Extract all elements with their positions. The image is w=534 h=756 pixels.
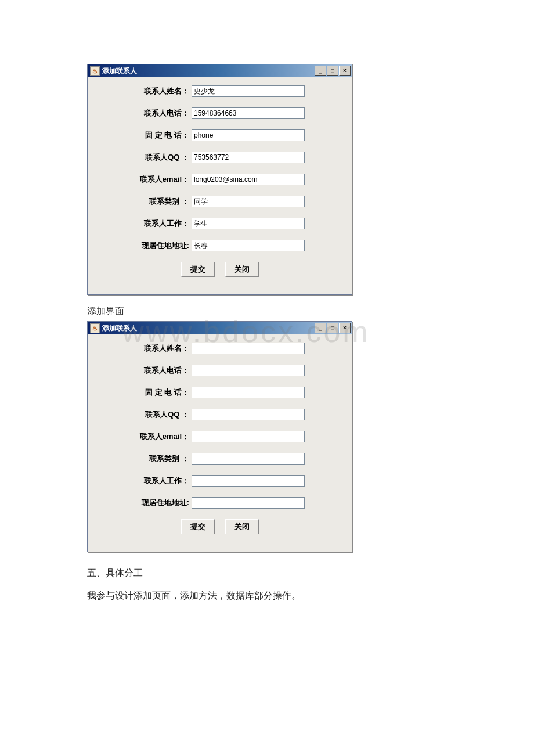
address-input[interactable]	[192, 497, 305, 509]
close-window-button[interactable]: ×	[339, 66, 351, 76]
name-input[interactable]	[192, 85, 305, 97]
java-icon: ♨	[90, 66, 100, 76]
window-title: 添加联系人	[102, 66, 314, 76]
mobile-label: 联系人电话：	[99, 365, 192, 376]
maximize-button[interactable]: □	[327, 323, 338, 333]
window-title: 添加联系人	[102, 323, 314, 333]
type-label: 联系类别 ：	[99, 453, 192, 464]
address-label: 现居住地地址:	[99, 498, 192, 508]
close-button[interactable]: 关闭	[225, 519, 259, 534]
form-body: 联系人姓名： 联系人电话： 固 定 电 话： 联系人QQ ： 联系人email：…	[88, 77, 352, 294]
close-window-button[interactable]: ×	[339, 323, 351, 333]
minimize-button[interactable]: _	[315, 323, 326, 333]
qq-input[interactable]	[192, 409, 305, 420]
titlebar[interactable]: ♨ 添加联系人 _ □ ×	[88, 64, 352, 77]
email-input[interactable]	[192, 431, 305, 442]
phone-input[interactable]	[192, 387, 305, 398]
maximize-button[interactable]: □	[327, 66, 338, 76]
type-input[interactable]	[192, 196, 305, 207]
add-contact-window-empty: ♨ 添加联系人 _ □ × 联系人姓名： 联系人电话： 固 定 电	[87, 321, 352, 552]
qq-label: 联系人QQ ：	[99, 409, 192, 420]
qq-input[interactable]	[192, 152, 305, 163]
body-paragraph: 我参与设计添加页面，添加方法，数据库部分操作。	[87, 590, 453, 602]
qq-label: 联系人QQ ：	[99, 152, 192, 163]
job-label: 联系人工作：	[99, 476, 192, 486]
mobile-label: 联系人电话：	[99, 108, 192, 118]
phone-input[interactable]	[192, 129, 305, 141]
name-label: 联系人姓名：	[99, 86, 192, 96]
email-input[interactable]	[192, 174, 305, 185]
address-label: 现居住地地址:	[99, 240, 192, 251]
minimize-button[interactable]: _	[315, 66, 326, 76]
address-input[interactable]	[192, 240, 305, 251]
submit-button[interactable]: 提交	[181, 519, 215, 534]
phone-label: 固 定 电 话：	[99, 130, 192, 141]
window-controls: _ □ ×	[314, 323, 351, 333]
java-icon: ♨	[90, 323, 100, 333]
job-label: 联系人工作：	[99, 218, 192, 229]
mobile-input[interactable]	[192, 365, 305, 376]
email-label: 联系人email：	[99, 431, 192, 442]
form-body: 联系人姓名： 联系人电话： 固 定 电 话： 联系人QQ ： 联系人email：	[88, 334, 352, 552]
add-contact-window-filled: ♨ 添加联系人 _ □ × 联系人姓名： 联系人电话： 固 定 电 话： 联	[87, 64, 352, 295]
type-input[interactable]	[192, 453, 305, 465]
phone-label: 固 定 电 话：	[99, 387, 192, 398]
job-input[interactable]	[192, 475, 305, 487]
mobile-input[interactable]	[192, 107, 305, 119]
type-label: 联系类别 ：	[99, 196, 192, 207]
caption-add-ui: 添加界面	[87, 305, 453, 318]
job-input[interactable]	[192, 218, 305, 229]
section-heading: 五、具体分工	[87, 567, 453, 579]
window-controls: _ □ ×	[314, 66, 351, 76]
titlebar[interactable]: ♨ 添加联系人 _ □ ×	[88, 322, 352, 334]
name-input[interactable]	[192, 343, 305, 354]
close-button[interactable]: 关闭	[225, 262, 259, 277]
email-label: 联系人email：	[99, 174, 192, 185]
name-label: 联系人姓名：	[99, 343, 192, 354]
submit-button[interactable]: 提交	[181, 262, 215, 277]
